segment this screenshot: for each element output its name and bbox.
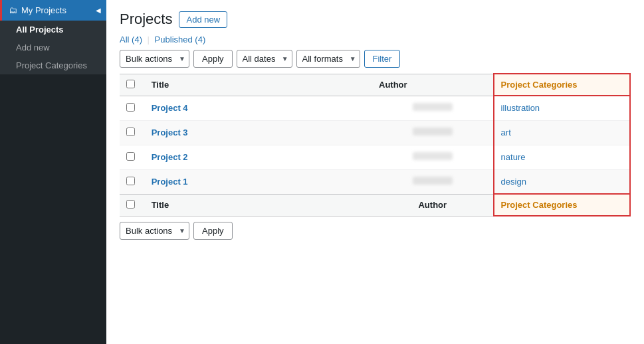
row-checkbox-2 [120,145,145,169]
sidebar-item-project-categories[interactable]: Project Categories [0,56,106,74]
author-blurred-2 [413,152,453,160]
author-blurred-3 [413,128,453,135]
footer-select-all-checkbox[interactable] [126,200,135,209]
filter-links: All (4) | Published (4) [120,35,631,44]
sidebar-submenu: All Projects Add new Project Categories [0,21,106,74]
top-toolbar: Bulk actions ▼ Apply All dates ▼ All for… [120,50,631,68]
row-author-2 [372,145,494,169]
footer-author-col: Author [372,194,494,216]
sidebar-item-label: My Projects [21,5,66,15]
row-title-1: Project 1 [145,169,372,194]
row-title-2: Project 2 [145,145,372,169]
row-category-2: nature [494,145,630,169]
all-dates-wrapper: All dates ▼ [237,50,292,68]
filter-separator: | [148,35,150,44]
table-row: Project 1 design [120,169,630,194]
all-formats-select[interactable]: All formats [296,50,360,68]
row-category-1: design [494,169,630,194]
category-link-1[interactable]: design [501,177,526,187]
bottom-bulk-actions-select[interactable]: Bulk actions [120,222,189,240]
row-checkbox-input-3[interactable] [126,128,135,136]
projects-table: Title Author Project Categories Project … [120,73,631,216]
row-checkbox-input-1[interactable] [126,177,135,185]
header-title-col: Title [145,74,372,96]
table-row: Project 4 illustration [120,96,630,120]
arrow-icon: ◀ [96,7,101,14]
filter-button[interactable]: Filter [364,50,401,68]
author-blurred-4 [413,103,453,111]
table-row: Project 2 nature [120,145,630,169]
row-checkbox-1 [120,169,145,194]
sidebar-item-add-new[interactable]: Add new [0,39,106,56]
row-category-3: art [494,120,630,145]
published-filter-link[interactable]: Published (4) [155,35,206,44]
footer-categories-col: Project Categories [494,194,630,216]
project-link-4[interactable]: Project 4 [152,103,188,113]
header-categories-col: Project Categories [494,74,630,96]
table-footer-row: Title Author Project Categories [120,194,630,216]
row-checkbox-3 [120,120,145,145]
apply-button-top[interactable]: Apply [193,50,233,68]
row-checkbox-4 [120,96,145,120]
sidebar-item-all-projects[interactable]: All Projects [0,21,106,39]
table-row: Project 3 art [120,120,630,145]
main-content: Projects Add new All (4) | Published (4)… [106,0,644,344]
category-link-4[interactable]: illustration [501,103,540,113]
select-all-checkbox[interactable] [126,80,135,88]
bottom-bulk-actions-wrapper: Bulk actions ▼ [120,222,189,240]
table-body: Project 4 illustration Project 3 [120,96,630,194]
row-checkbox-input-2[interactable] [126,152,135,161]
row-category-4: illustration [494,96,630,120]
page-title: Projects [120,11,172,28]
bulk-actions-select[interactable]: Bulk actions [120,50,189,68]
row-author-3 [372,120,494,145]
project-link-2[interactable]: Project 2 [152,152,188,162]
project-link-3[interactable]: Project 3 [152,128,188,137]
row-title-4: Project 4 [145,96,372,120]
all-filter-link[interactable]: All (4) [120,35,145,44]
folder-icon: 🗂 [9,5,17,15]
page-header: Projects Add new [120,11,631,28]
sidebar-item-my-projects[interactable]: 🗂 My Projects ◀ [0,0,106,21]
bottom-toolbar: Bulk actions ▼ Apply [120,222,631,240]
row-author-1 [372,169,494,194]
add-new-button[interactable]: Add new [179,11,227,28]
category-link-2[interactable]: nature [501,152,526,162]
header-author-col: Author [372,74,494,96]
footer-checkbox-col [120,194,145,216]
row-title-3: Project 3 [145,120,372,145]
author-blurred-1 [413,177,453,185]
project-link-1[interactable]: Project 1 [152,177,188,187]
row-author-4 [372,96,494,120]
header-checkbox-col [120,74,145,96]
all-formats-wrapper: All formats ▼ [296,50,360,68]
row-checkbox-input-4[interactable] [126,103,135,112]
all-dates-select[interactable]: All dates [237,50,292,68]
category-link-3[interactable]: art [501,128,511,137]
sidebar: 🗂 My Projects ◀ All Projects Add new Pro… [0,0,106,344]
bulk-actions-wrapper: Bulk actions ▼ [120,50,189,68]
apply-button-bottom[interactable]: Apply [193,222,233,240]
footer-title-col: Title [145,194,372,216]
